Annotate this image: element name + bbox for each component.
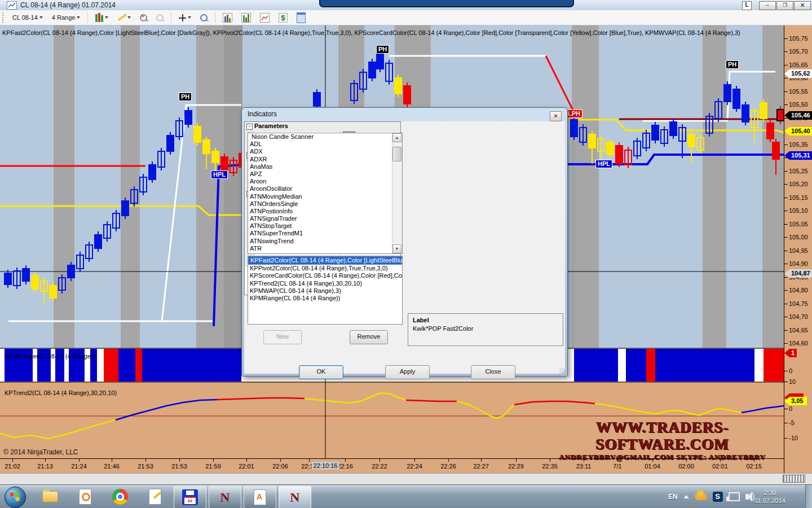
indicator-list-item[interactable]: AroonOscillator [248, 185, 402, 192]
cloud-tray-icon[interactable] [695, 493, 707, 500]
folder-icon [42, 491, 58, 502]
indicator-list-item[interactable]: ATNPostionInfo [248, 208, 402, 215]
indicator-list-item[interactable]: AnaMas [248, 163, 402, 170]
volume-tray-icon[interactable] [745, 494, 749, 500]
applied-indicators-list[interactable]: KPFast2Color(CL 08-14 (4 Range),Color [L… [248, 256, 403, 325]
indicator-list-item[interactable]: ATNswingTrend [248, 238, 402, 245]
indicator-list-item[interactable]: ATNStopTarget [248, 222, 402, 230]
kptrend2-panel-label: KPTrend2(CL 08-14 (4 Range),30,20,10) [5, 389, 117, 396]
new-button[interactable]: New [263, 330, 302, 344]
zoom-in-button[interactable]: + [136, 12, 151, 23]
remove-button[interactable]: Remove [350, 330, 388, 344]
magnifier-icon [200, 14, 208, 21]
taskbar-ninjatrader-active-button[interactable]: N [279, 486, 311, 508]
indicator-list-item[interactable]: ATNOrdersSingle [248, 200, 402, 208]
time-tick [550, 459, 550, 462]
price-axis[interactable]: 105,75105,70105,65105,60105,55105,50105,… [784, 25, 812, 473]
scrollbar-thumb[interactable] [392, 147, 401, 161]
indicator-list-item[interactable]: APZ [248, 170, 402, 178]
applied-indicator-item[interactable]: KPMWAP(CL 08-14 (4 Range),3) [248, 287, 402, 295]
instrument-selector[interactable]: CL 08-14 [9, 12, 46, 23]
indicator-list-item[interactable]: ATNSuperTrendM1 [248, 230, 402, 237]
dialog-resize-grip[interactable] [559, 368, 565, 374]
tray-expand-icon[interactable] [683, 495, 689, 498]
taskbar-search-button[interactable] [76, 488, 95, 506]
indicator-list-item[interactable]: ATNSignalTrader [248, 215, 402, 222]
minimize-button[interactable]: ─ [759, 1, 776, 10]
zoom-out-icon [156, 14, 164, 21]
chart-properties-button[interactable] [257, 11, 273, 24]
interval-selector[interactable]: 4 Range [48, 12, 84, 23]
system-tray: EN S 2:30 01.07.2014 [668, 485, 787, 508]
ninjatrader-logo-icon: N [290, 490, 299, 505]
indicator-list-item[interactable]: Aroon [248, 178, 402, 185]
taskbar-chrome-button[interactable] [111, 488, 130, 506]
indicator-list-item[interactable]: Nison Candle Scanner [248, 133, 402, 141]
lang-indicator-button[interactable]: L [742, 1, 752, 10]
time-label: 21:02 [5, 463, 20, 470]
indicator-list-item[interactable]: ADX [248, 148, 402, 155]
time-label: 7/1 [613, 463, 621, 470]
indicator-list-item[interactable]: ADL [248, 141, 402, 148]
zoom-out-button[interactable] [153, 12, 167, 23]
dialog-close-button[interactable]: × [550, 111, 562, 121]
taskbar-document-button[interactable]: A [244, 486, 276, 508]
candlestick-icon [95, 13, 103, 22]
background-window-tab[interactable] [319, 0, 574, 7]
time-tick [720, 459, 721, 462]
applied-indicator-item[interactable]: KPPivot2Color(CL 08-14 (4 Range),True,Tr… [248, 265, 402, 272]
apply-button[interactable]: Apply [385, 365, 430, 379]
instrument-label: CL 08-14 [12, 14, 38, 21]
taskbar-installer-button[interactable] [174, 486, 206, 508]
applied-indicator-item[interactable]: KPFast2Color(CL 08-14 (4 Range),Color [L… [248, 256, 402, 265]
network-tray-icon[interactable] [729, 492, 740, 501]
account-data-button[interactable]: $ [275, 11, 290, 24]
applied-indicator-item[interactable]: KPMRange(CL 08-14 (4 Range)) [248, 295, 402, 302]
time-label: 02:01 [712, 463, 728, 470]
drawing-tools-button[interactable] [114, 15, 134, 20]
chart-horizontal-scrollbar[interactable] [783, 475, 805, 483]
skype-tray-icon[interactable]: S [713, 492, 723, 502]
maximize-button[interactable]: ❐ [776, 1, 793, 10]
language-indicator[interactable]: EN [668, 493, 678, 501]
applied-indicator-item[interactable]: KPScoreCardColor(CL 08-14 (4 Range),Colo… [248, 272, 402, 279]
time-tick [584, 459, 584, 462]
indicators-button[interactable] [238, 11, 254, 24]
scroll-up-button[interactable]: ▲ [392, 133, 401, 142]
ok-button[interactable]: OK [299, 365, 343, 379]
list-scrollbar[interactable]: ▲ ▼ [392, 133, 402, 253]
indicator-list-item[interactable]: ADXR [248, 156, 402, 163]
chevron-down-icon [105, 16, 108, 19]
property-description-text: Kwik*POP Fast2Color [413, 325, 558, 332]
taskbar-clock[interactable]: 2:30 01.07.2014 [754, 489, 785, 505]
available-indicators-list[interactable]: Nison Candle ScannerADLADXADXRAnaMasAPZA… [248, 133, 403, 254]
time-label: 22:22 [372, 463, 387, 470]
data-series-button[interactable] [219, 11, 236, 24]
panels-button[interactable] [293, 11, 309, 25]
chart-style-button[interactable] [92, 11, 112, 24]
show-desktop-button[interactable] [805, 485, 812, 508]
close-window-button[interactable]: ✕ [794, 1, 811, 10]
time-tick [414, 459, 415, 462]
snapshot-button[interactable] [197, 12, 211, 23]
line-chart-icon [260, 13, 270, 23]
taskbar-explorer-button[interactable] [41, 488, 60, 506]
pivot-label: LPH [566, 110, 582, 118]
taskbar-notepad-button[interactable] [145, 488, 165, 506]
indicator-list-item[interactable]: ATNMovingMedian [248, 193, 402, 200]
time-label: 22:27 [473, 463, 489, 470]
chrome-icon [112, 489, 128, 505]
taskbar-ninjatrader-button[interactable]: N [209, 486, 241, 508]
property-section-header[interactable]: −Parameters [245, 122, 400, 132]
chart-toolbar: CL 08-14 4 Range + $ [0, 10, 812, 25]
applied-indicator-item[interactable]: KPTrend2(CL 08-14 (4 Range),30,20,10) [248, 280, 402, 287]
scroll-down-button[interactable]: ▼ [392, 244, 401, 253]
crosshair-icon [179, 14, 186, 21]
toolbar-grip[interactable] [2, 12, 6, 23]
time-axis[interactable]: 21:0221:1321:2421:4621:5321:5321:5922:01… [0, 458, 784, 474]
indicator-list-item[interactable]: ATR [248, 245, 402, 252]
close-button[interactable]: Close [471, 365, 515, 379]
collapse-icon[interactable]: − [246, 124, 253, 130]
cursor-mode-button[interactable] [175, 12, 195, 23]
start-button[interactable] [5, 487, 26, 508]
